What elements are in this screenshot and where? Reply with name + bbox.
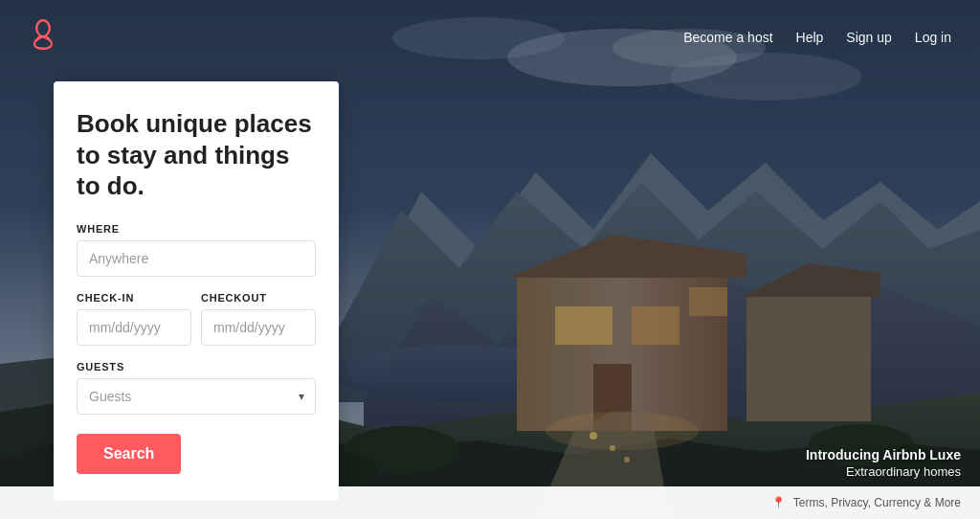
luxe-title: Introducing Airbnb Luxe [806, 447, 961, 463]
where-field: WHERE [77, 223, 316, 292]
guests-label: GUESTS [77, 361, 316, 372]
checkin-label: CHECK-IN [77, 292, 191, 304]
checkin-input[interactable] [77, 309, 191, 346]
login-link[interactable]: Log in [915, 30, 951, 45]
where-input[interactable] [77, 240, 316, 277]
checkout-col: CHECKOUT [201, 292, 316, 346]
signup-link[interactable]: Sign up [846, 30, 891, 45]
guests-select-wrapper: Guests 1 guest 2 guests 3 guests 4+ gues… [77, 378, 316, 415]
airbnb-logo[interactable] [29, 19, 57, 55]
checkout-input[interactable] [201, 309, 316, 346]
search-button[interactable]: Search [77, 434, 181, 474]
luxe-subtitle: Extraordinary homes [806, 464, 961, 479]
guests-section: GUESTS Guests 1 guest 2 guests 3 guests … [77, 361, 316, 415]
guests-select[interactable]: Guests 1 guest 2 guests 3 guests 4+ gues… [77, 378, 316, 415]
where-label: WHERE [77, 223, 316, 235]
checkout-label: CHECKOUT [201, 292, 316, 304]
bottom-bar: 📍 Terms, Privacy, Currency & More [0, 486, 980, 519]
airbnb-luxe-intro: Introducing Airbnb Luxe Extraordinary ho… [806, 447, 961, 479]
become-host-link[interactable]: Become a host [683, 30, 772, 45]
card-title: Book unique places to stay and things to… [77, 108, 316, 202]
checkin-col: CHECK-IN [77, 292, 191, 346]
nav-links: Become a host Help Sign up Log in [683, 30, 951, 45]
help-link[interactable]: Help [796, 30, 824, 45]
search-card: Book unique places to stay and things to… [54, 81, 339, 501]
footer-link[interactable]: Terms, Privacy, Currency & More [793, 496, 961, 509]
date-row: CHECK-IN CHECKOUT [77, 292, 316, 346]
location-icon: 📍 [771, 496, 786, 509]
navbar: Become a host Help Sign up Log in [0, 0, 980, 74]
